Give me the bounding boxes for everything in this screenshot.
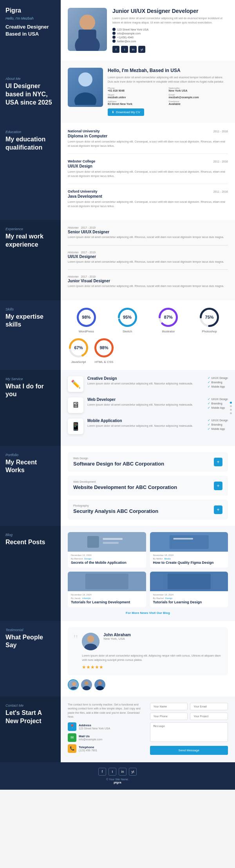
edu-degree-1: Diploma in Computer — [68, 134, 228, 138]
contact-title: Let's Start A New Project — [5, 709, 55, 725]
twitter-icon — [112, 40, 116, 43]
edu-desc-2: Lorem ipsum dolor sit amet consectetur a… — [68, 170, 228, 178]
footer-twitter-btn[interactable]: t — [108, 768, 116, 776]
phone-input[interactable] — [150, 713, 188, 720]
social-icons: f t in yt — [112, 46, 228, 53]
facebook-btn[interactable]: f — [112, 46, 119, 53]
creative-design-icon: ✏️ — [68, 376, 83, 392]
phone-icon — [112, 36, 116, 39]
portfolio-label: Portfolio — [5, 453, 55, 457]
education-section: Education My education qualification Nat… — [0, 123, 235, 220]
svg-point-29 — [87, 635, 94, 642]
portfolio-btn-3[interactable]: + — [214, 505, 222, 514]
project-input[interactable] — [190, 713, 228, 720]
scroll-indicator-1[interactable] — [230, 402, 232, 404]
testimonial-thumb-2[interactable] — [81, 679, 92, 690]
testimonial-thumb-3[interactable] — [94, 679, 105, 690]
web-developer-content: Web Developer Lorem ipsum dolor sit amet… — [87, 397, 228, 413]
blog-item-1: December 12, 2024 By Bernard Design Secr… — [68, 532, 146, 568]
skill-wordpress: 98% WordPress — [68, 307, 105, 333]
contact-main: The contact form is currently inactive. … — [61, 697, 235, 762]
skill-sketch: 95% Sketch — [109, 307, 146, 333]
telephone-icon: 📞 — [68, 744, 76, 753]
svg-rect-19 — [103, 538, 123, 540]
edu-school-2: Webster College — [68, 159, 95, 163]
twitter-btn[interactable]: t — [121, 46, 128, 53]
portfolio-section: Portfolio My Recent Works Web Design Sof… — [0, 446, 235, 526]
contact-info-items: 📍 Address 123 Street New York USA ✉ Mail… — [68, 722, 146, 753]
contact-info-col: The contact form is currently inactive. … — [68, 703, 146, 756]
education-main: National University 2011 - 2016 Diploma … — [61, 123, 235, 220]
exp-item-3: Historian 2017 - 2019 Junior Visual Desi… — [68, 275, 228, 294]
testimonial-card: " John Abraham — [68, 627, 228, 675]
hero-email: info@example.com — [112, 32, 228, 35]
portfolio-sidebar: Portfolio My Recent Works — [0, 446, 61, 526]
portfolio-item-3: Photography Security Analysis ABC Corpor… — [68, 500, 228, 520]
exp-company-3: Historian — [68, 275, 79, 278]
mobile-app-content: Mobile Application Lorem ipsum dolor sit… — [87, 419, 228, 434]
blog-section: Blog Recent Posts December 12, 2024 By B… — [0, 526, 235, 621]
message-input[interactable] — [150, 722, 228, 742]
scroll-indicator-3[interactable] — [230, 409, 232, 411]
portfolio-main: Web Design Software Design for ABC Corpo… — [61, 446, 235, 526]
svg-point-3 — [78, 72, 92, 87]
name-input[interactable] — [150, 703, 188, 710]
footer-youtube-btn[interactable]: yt — [129, 768, 137, 776]
phone-detail: Phone: +01 816 9046 — [108, 87, 167, 92]
blog-item-3: November 18, 2024 By Jacob Lifestyle Tut… — [68, 572, 146, 607]
svg-point-35 — [85, 681, 89, 685]
download-cv-button[interactable]: ⬇ Download My CV — [108, 108, 144, 116]
email-input[interactable] — [190, 703, 228, 710]
skill-html-css: 98% HTML & CSS — [93, 337, 115, 364]
blog-label: Blog — [5, 533, 55, 537]
edu-school-1: National University — [68, 129, 100, 133]
blog-link[interactable]: Our Blog — [157, 611, 170, 615]
hero-sidebar: Pigra Hello, I'm Mezbah Creative Designe… — [0, 0, 61, 61]
footer-social: f t in yt — [7, 768, 228, 776]
youtube-btn[interactable]: yt — [138, 46, 145, 53]
skill-javascript: 67% JavaScript — [68, 337, 89, 364]
portfolio-btn-1[interactable]: + — [214, 458, 222, 466]
about-details: Phone: +01 816 9046 Nationality: New Yor… — [108, 87, 228, 105]
portfolio-btn-2[interactable]: + — [214, 482, 222, 490]
hero-photo — [68, 8, 107, 51]
edu-item-3: Oxford University 2011 - 2016 Java Devel… — [68, 189, 228, 214]
svg-point-38 — [98, 681, 102, 685]
edu-degree-3: Java Development — [68, 194, 228, 199]
scroll-indicator-4[interactable] — [230, 412, 232, 414]
about-name: Hello, I'm Mezbah, Based in USA — [108, 68, 228, 73]
skill-photoshop: 75% Photoshop — [191, 307, 228, 333]
form-row-2 — [150, 713, 228, 720]
education-label: Education — [5, 130, 55, 134]
contact-sidebar: Contact Me Let's Start A New Project — [0, 697, 61, 762]
testimonial-thumb-1[interactable] — [68, 679, 79, 690]
about-main: Hello, I'm Mezbah, Based in USA Lorem ip… — [61, 61, 235, 123]
skill-illustrator: 87% Illustrator — [150, 307, 187, 333]
hero-text: Lorem ipsum dolor sit amet consectetur a… — [112, 16, 228, 25]
exp-item-2: Historian 2017 - 2019 UI/UX Designer Lor… — [68, 251, 228, 270]
blog-img-3 — [68, 572, 146, 591]
edu-desc-1: Lorem ipsum dolor sit amet consectetur a… — [68, 140, 228, 148]
blog-sidebar: Blog Recent Posts — [0, 526, 61, 621]
contact-form-col: Send Message — [150, 703, 228, 756]
testimonial-thumbnails — [68, 679, 228, 690]
svg-point-4 — [74, 92, 96, 105]
exp-year-2: 2017 - 2019 — [81, 251, 96, 254]
portfolio-title: My Recent Works — [5, 458, 55, 475]
services-label: My Service — [5, 377, 55, 381]
linkedin-btn[interactable]: in — [130, 46, 137, 53]
footer-facebook-btn[interactable]: f — [98, 768, 106, 776]
skills-grid: 98% WordPress 95% Sketch — [68, 307, 228, 333]
edu-item-2: Webster College 2011 - 2016 UI/UX Design… — [68, 159, 228, 184]
edu-item-1: National University 2011 - 2016 Diploma … — [68, 129, 228, 154]
contact-telephone-item: 📞 Telephone (123) 456 7801 — [68, 744, 146, 753]
contact-form: Send Message — [150, 703, 228, 755]
portfolio-item-2: Web Development Website Development for … — [68, 476, 228, 496]
scroll-indicator-2[interactable] — [230, 405, 232, 407]
svg-rect-23 — [173, 538, 193, 540]
testimonial-sidebar: Testimonial What People Say — [0, 621, 61, 697]
send-message-button[interactable]: Send Message — [150, 746, 228, 755]
footer-linkedin-btn[interactable]: in — [119, 768, 127, 776]
blog-main: December 12, 2024 By Bernard Design Secr… — [61, 526, 235, 621]
exp-title-2: UI/UX Designer — [68, 254, 228, 259]
